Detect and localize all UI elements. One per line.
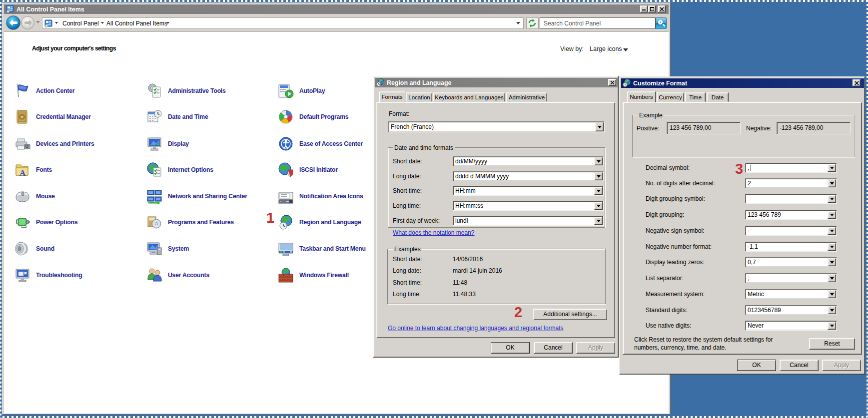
- svg-text:A: A: [19, 168, 26, 178]
